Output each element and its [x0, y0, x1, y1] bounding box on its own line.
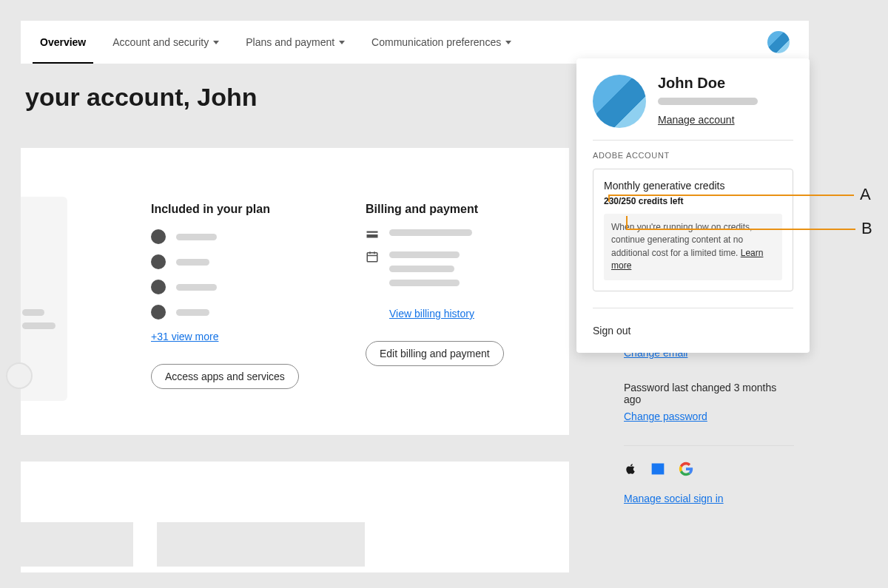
placeholder-text	[658, 98, 758, 105]
sign-out-button[interactable]: Sign out	[593, 325, 793, 337]
placeholder-text	[176, 284, 217, 291]
divider	[624, 445, 794, 446]
password-changed-text: Password last changed 3 months ago	[624, 382, 794, 405]
callout-b-line	[626, 229, 855, 230]
chevron-down-icon	[505, 41, 511, 44]
placeholder-text	[176, 259, 209, 266]
credits-info-text: When you're running low on credits, cont…	[611, 222, 752, 258]
callout-a-line	[608, 195, 854, 196]
billing-section: Billing and payment View billing history…	[366, 203, 558, 366]
credits-info: When you're running low on credits, cont…	[604, 214, 782, 280]
divider	[593, 140, 793, 141]
nav-account-security[interactable]: Account and security	[99, 21, 232, 64]
nav-plans-payment[interactable]: Plans and payment	[232, 21, 358, 64]
plan-app-row	[151, 229, 343, 244]
account-popover: John Doe Manage account ADOBE ACCOUNT Mo…	[576, 58, 810, 353]
placeholder-text	[389, 280, 460, 286]
placeholder-line	[22, 309, 44, 316]
bottom-placeholder	[157, 522, 365, 567]
billing-date-row	[366, 251, 558, 286]
plan-app-row	[151, 254, 343, 269]
nav-overview[interactable]: Overview	[27, 21, 99, 64]
credits-count: 230/250 credits left	[604, 196, 782, 206]
chevron-down-icon	[213, 41, 219, 44]
app-icon	[151, 254, 166, 269]
placeholder-text	[176, 234, 217, 240]
divider	[593, 308, 793, 308]
app-icon	[151, 229, 166, 244]
billing-card-row	[366, 229, 558, 241]
callout-a-label: A	[860, 185, 871, 204]
change-password-link[interactable]: Change password	[624, 410, 707, 422]
nav-account-security-label: Account and security	[112, 36, 209, 48]
nav-communication-prefs-label: Communication preferences	[371, 36, 501, 48]
svg-rect-0	[367, 253, 377, 262]
facebook-icon	[650, 462, 665, 479]
view-billing-link[interactable]: View billing history	[389, 308, 474, 320]
avatar-button[interactable]	[767, 31, 790, 53]
nav-communication-prefs[interactable]: Communication preferences	[358, 21, 525, 64]
placeholder-text	[389, 229, 472, 236]
placeholder-line	[22, 322, 56, 329]
placeholder-text	[389, 266, 454, 272]
plan-section: Included in your plan +31 view more Acce…	[151, 203, 343, 389]
avatar	[593, 75, 646, 128]
calendar-icon	[366, 250, 379, 263]
nav-plans-payment-label: Plans and payment	[246, 36, 334, 48]
popover-section-label: ADOBE ACCOUNT	[593, 151, 793, 160]
billing-section-title: Billing and payment	[366, 203, 558, 216]
access-apps-button[interactable]: Access apps and services	[151, 364, 299, 389]
google-icon	[679, 462, 693, 479]
page-title-area: your account, John	[25, 83, 258, 112]
manage-account-link[interactable]: Manage account	[658, 114, 793, 126]
manage-social-link[interactable]: Manage social sign in	[624, 493, 724, 504]
app-icon	[151, 280, 166, 294]
callout-b-label: B	[861, 219, 872, 238]
view-more-link[interactable]: +31 view more	[151, 331, 218, 342]
placeholder-text	[389, 251, 460, 258]
apple-icon	[624, 461, 637, 480]
page-title: your account, John	[25, 83, 258, 112]
placeholder-text	[176, 309, 209, 316]
credit-card-icon	[366, 228, 379, 241]
plan-app-row	[151, 305, 343, 320]
popover-user-name: John Doe	[658, 75, 793, 92]
plan-section-title: Included in your plan	[151, 203, 343, 216]
placeholder-circle	[6, 362, 33, 389]
callout-b-tick	[626, 216, 628, 229]
credits-title: Monthly generative credits	[604, 180, 782, 192]
chevron-down-icon	[339, 41, 345, 44]
app-icon	[151, 305, 166, 320]
nav-overview-label: Overview	[40, 36, 86, 48]
plan-app-row	[151, 280, 343, 294]
edit-billing-button[interactable]: Edit billing and payment	[366, 341, 504, 366]
social-row	[624, 461, 794, 480]
bottom-placeholder	[21, 522, 133, 567]
